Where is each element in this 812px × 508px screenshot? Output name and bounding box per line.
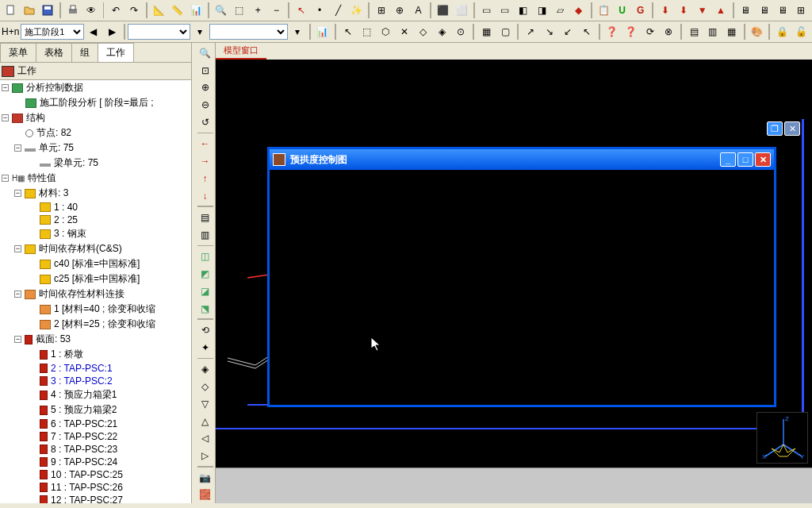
src1-icon[interactable]: ↗: [522, 23, 539, 40]
q3-icon[interactable]: ⟳: [642, 23, 659, 40]
hide-icon[interactable]: 🎨: [749, 23, 766, 40]
open-icon[interactable]: [21, 2, 37, 19]
view1-icon[interactable]: ⬛: [435, 2, 451, 19]
tree-mat-item[interactable]: 1 : 40: [0, 201, 191, 214]
stage-selector[interactable]: 施工阶段1: [21, 24, 83, 40]
sel-vol-icon[interactable]: ◈: [434, 23, 451, 40]
mon1-icon[interactable]: 🖥: [737, 2, 754, 19]
tree-section-item[interactable]: 10 : TAP-PSC:25: [0, 468, 191, 481]
selall-icon[interactable]: ▦: [477, 23, 495, 40]
zoom-out-icon[interactable]: ⊖: [197, 97, 214, 113]
wall-icon[interactable]: 🧱: [197, 487, 214, 502]
pan-down-icon[interactable]: ↓: [197, 188, 214, 204]
src3-icon[interactable]: ↙: [559, 23, 576, 40]
tog2-icon[interactable]: ◇: [197, 379, 214, 394]
minimize-icon[interactable]: _: [720, 152, 736, 167]
tree-section-item[interactable]: 11 : TAP-PSC:26: [0, 481, 191, 494]
tree-section-item[interactable]: 7 : TAP-PSC:22: [0, 430, 191, 443]
collapse-icon[interactable]: −: [14, 245, 21, 252]
rot1-icon[interactable]: ⟲: [197, 322, 214, 338]
back-icon[interactable]: ▭: [496, 2, 513, 19]
zoom-out-icon[interactable]: −: [268, 2, 285, 19]
render2-icon[interactable]: ▥: [197, 227, 214, 243]
tree-timedep[interactable]: − 时间依存材料(C&S): [0, 241, 191, 256]
combo1[interactable]: [128, 24, 190, 40]
tree-section-item[interactable]: 4 : 预应力箱梁1: [0, 387, 191, 402]
combo2[interactable]: [209, 24, 288, 40]
tree-link-item[interactable]: 2 [材料=25 ; 徐变和收缩: [0, 317, 191, 332]
select-icon[interactable]: ↖: [293, 2, 309, 19]
tree-section-item[interactable]: 3 : TAP-PSC:2: [0, 375, 191, 387]
zoom-fit-icon[interactable]: 🔍: [213, 2, 229, 19]
tog6-icon[interactable]: ▷: [197, 448, 214, 464]
collapse-icon[interactable]: −: [2, 84, 9, 91]
cube4-icon[interactable]: ⬔: [197, 301, 214, 317]
load3-icon[interactable]: ▼: [694, 2, 710, 19]
zoom-rect-icon[interactable]: ⬚: [231, 2, 247, 19]
q4-icon[interactable]: ⊗: [660, 23, 677, 40]
tree-timedep-item[interactable]: c40 [标准=中国标准]: [0, 256, 191, 271]
zoom-fit-icon[interactable]: 🔍: [197, 45, 214, 61]
tree-timedep-link[interactable]: − 时间依存性材料连接: [0, 287, 191, 302]
tool2-icon[interactable]: 📏: [169, 2, 186, 19]
tree-nodes[interactable]: 节点: 82: [0, 125, 191, 140]
child-window-titlebar[interactable]: 预拱度控制图 _ □ ✕: [270, 149, 774, 170]
load4-icon[interactable]: ▲: [712, 2, 729, 19]
act1-icon[interactable]: ▤: [685, 23, 703, 40]
act2-icon[interactable]: ▥: [704, 23, 722, 40]
tab-table[interactable]: 表格: [36, 43, 72, 62]
sel-plane-icon[interactable]: ◇: [415, 23, 432, 40]
mon3-icon[interactable]: 🖥: [774, 2, 791, 19]
q2-icon[interactable]: ❓: [622, 23, 640, 40]
zoom-prev-icon[interactable]: ↺: [197, 114, 214, 130]
zoom-win-icon[interactable]: ⊡: [197, 63, 214, 79]
sel-id-icon[interactable]: ⊙: [453, 23, 470, 40]
wand-icon[interactable]: ✨: [348, 2, 365, 19]
stage-prev-icon[interactable]: ◀: [85, 23, 102, 40]
close-icon[interactable]: ✕: [755, 152, 771, 167]
maximize-icon[interactable]: □: [737, 152, 753, 167]
axis-indicator[interactable]: Z X Y: [756, 412, 808, 464]
load1-icon[interactable]: ⬇: [657, 2, 673, 19]
cap-icon[interactable]: 📷: [197, 470, 214, 486]
lock-icon[interactable]: 🔒: [773, 23, 791, 40]
zoom-in-icon[interactable]: ⊕: [197, 79, 214, 95]
tree-structure[interactable]: − 结构: [0, 110, 191, 125]
collapse-icon[interactable]: −: [14, 336, 21, 343]
collapse-icon[interactable]: −: [14, 291, 21, 298]
pan-right-icon[interactable]: →: [197, 153, 214, 169]
cube3-icon[interactable]: ◪: [197, 283, 214, 299]
selnone-icon[interactable]: ▢: [496, 23, 514, 40]
top-icon[interactable]: ▱: [552, 2, 569, 19]
disp-icon[interactable]: 📊: [314, 23, 331, 40]
tree-link-item[interactable]: 1 [材料=40 ; 徐变和收缩: [0, 302, 191, 317]
tool-icon[interactable]: 📐: [151, 2, 167, 19]
node-icon[interactable]: •: [311, 2, 327, 19]
right-icon[interactable]: ◨: [534, 2, 550, 19]
tree-section-item[interactable]: 12 : TAP-PSC:27: [0, 494, 191, 503]
tree-section-item[interactable]: 1 : 桥墩: [0, 347, 191, 362]
sel-cross-icon[interactable]: ✕: [396, 23, 413, 40]
collapse-icon[interactable]: −: [14, 190, 21, 197]
g-icon[interactable]: G: [632, 2, 649, 19]
tree-stage-analysis[interactable]: 施工阶段分析 [ 阶段=最后 ;: [0, 95, 191, 110]
tree-section-item[interactable]: 5 : 预应力箱梁2: [0, 402, 191, 418]
tree-mat-item[interactable]: 3 : 钢束: [0, 226, 191, 241]
new-file-icon[interactable]: [2, 2, 19, 19]
tab-menu[interactable]: 菜单: [0, 43, 36, 62]
u-icon[interactable]: U: [614, 2, 630, 19]
bg-close-icon[interactable]: ✕: [784, 121, 800, 136]
tree-materials[interactable]: − 材料: 3: [0, 186, 191, 201]
combo1-btn-icon[interactable]: ▾: [191, 23, 209, 40]
works-tree[interactable]: − 分析控制数据 施工阶段分析 [ 阶段=最后 ; − 结构 节点: 82 −: [0, 80, 191, 503]
save-icon[interactable]: [40, 2, 56, 19]
act3-icon[interactable]: ▦: [723, 23, 741, 40]
redo-icon[interactable]: ↷: [126, 2, 143, 19]
tog4-icon[interactable]: △: [197, 414, 214, 429]
load2-icon[interactable]: ⬇: [676, 2, 692, 19]
pan-left-icon[interactable]: ←: [197, 136, 214, 152]
tog5-icon[interactable]: ◁: [197, 430, 214, 446]
table-icon[interactable]: 📋: [596, 2, 612, 19]
mon2-icon[interactable]: 🖥: [756, 2, 772, 19]
tree-sections[interactable]: − 截面: 53: [0, 332, 191, 347]
